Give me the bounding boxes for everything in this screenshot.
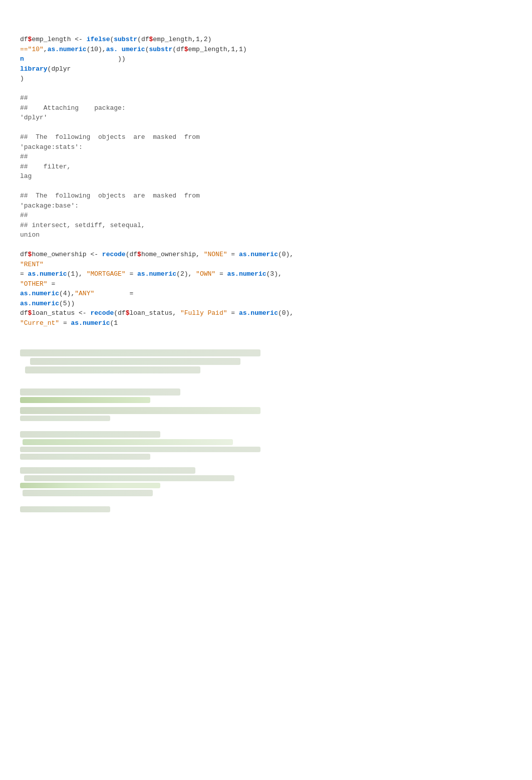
- blurred-line: [20, 483, 160, 488]
- comment-intersect: ## intersect, setdiff, setequal,: [20, 222, 145, 229]
- code-line-4: library(dplyr: [20, 65, 71, 73]
- comment-masked-base: ## The following objects are masked from: [20, 192, 200, 200]
- code-home-ownership-3: = as.numeric(1), "MORTGAGE" = as.numeric…: [20, 270, 282, 278]
- code-content: df$emp_length <- ifelse(substr(df$emp_le…: [20, 15, 512, 347]
- comment-lag: lag: [20, 172, 32, 180]
- blurred-line: [25, 366, 200, 373]
- blurred-section-2: [20, 388, 512, 403]
- code-line-2: =="10",as.numeric(10),as. umeric(substr(…: [20, 46, 247, 53]
- blurred-line: [30, 358, 240, 365]
- comment-package-base: 'package:base':: [20, 202, 79, 210]
- code-line-1: df$emp_length <- ifelse(substr(df$emp_le…: [20, 36, 211, 43]
- code-home-ownership-2: "RENT": [20, 261, 48, 268]
- comment-filter: ## filter,: [20, 163, 71, 170]
- code-loan-status-2: "Curre̲nt" = as.numeric(1: [20, 319, 118, 327]
- code-home-ownership-1: df$home_ownership <- recode(df$home_owne…: [20, 251, 294, 258]
- blurred-line: [20, 388, 180, 396]
- comment-blank-3: ##: [20, 212, 28, 219]
- blurred-line: [20, 431, 160, 438]
- comment-blank-2: ##: [20, 153, 28, 160]
- blurred-line: [20, 454, 150, 460]
- blurred-line: [20, 349, 260, 356]
- blurred-line: [23, 439, 233, 445]
- code-editor: df$emp_length <- ifelse(substr(df$emp_le…: [20, 15, 512, 512]
- blurred-section-4: [20, 431, 512, 460]
- blurred-line: [20, 397, 150, 403]
- blurred-line: [20, 506, 110, 512]
- code-line-3: n )): [20, 55, 126, 63]
- blurred-section-1: [20, 349, 512, 373]
- comment-attaching: ## Attaching package:: [20, 104, 126, 112]
- blurred-section-5: [20, 467, 512, 496]
- code-home-ownership-4: "OTHER" =: [20, 280, 55, 288]
- comment-union: union: [20, 231, 40, 239]
- code-home-ownership-5: as.numeric(4),"ANY" =: [20, 290, 133, 297]
- blurred-line: [20, 467, 195, 474]
- code-loan-status-1: df$loan_status <- recode(df$loan_status,…: [20, 309, 294, 317]
- blurred-line: [23, 490, 153, 496]
- comment-masked-stats: ## The following objects are masked from: [20, 133, 200, 141]
- blurred-line: [24, 475, 234, 481]
- comment-blank-1: ##: [20, 94, 28, 102]
- comment-dplyr: 'dplyr': [20, 114, 48, 121]
- blurred-line: [20, 447, 260, 452]
- code-line-5: ): [20, 75, 24, 82]
- blurred-line: [20, 416, 110, 421]
- blurred-line: [20, 407, 260, 414]
- blurred-section-3: [20, 407, 512, 421]
- blurred-section-6: [20, 506, 512, 512]
- code-home-ownership-6: as.numeric(5)): [20, 300, 75, 307]
- comment-package-stats: 'package:stats':: [20, 143, 83, 151]
